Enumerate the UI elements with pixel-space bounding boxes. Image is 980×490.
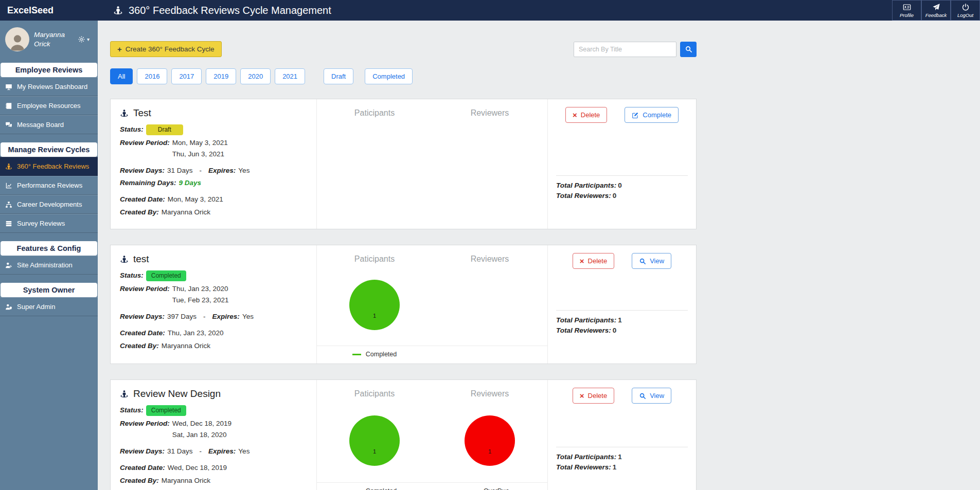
cycle-title-text: test: [133, 253, 149, 265]
sidebar-item-360-feedback-reviews[interactable]: 360° Feedback Reviews: [0, 157, 98, 176]
topbar: ExcelSeed 360° Feedback Reviews Cycle Ma…: [0, 0, 980, 21]
view-button[interactable]: View: [632, 253, 671, 269]
sidebar: Maryanna Orick ▾ Employee Reviews My Rev…: [0, 21, 98, 490]
magnifier-icon: [639, 258, 646, 265]
sidebar-item-employee-resources[interactable]: Employee Resources: [0, 96, 98, 115]
period-start: Mon, May 3, 2021: [172, 138, 228, 148]
reviewers-chart-cell: 1: [432, 398, 547, 482]
review-period-dates: Mon, May 3, 2021 Thu, Jun 3, 2021: [172, 138, 228, 159]
chart-row: 1: [317, 264, 547, 346]
participants-header: Paticipants: [317, 108, 432, 118]
card-actions: × Delete View Total Participants:1: [548, 245, 696, 364]
status-row: Status: Draft: [120, 124, 307, 135]
delete-label: Delete: [588, 257, 608, 265]
created-date-label: Created Date:: [120, 463, 165, 473]
status-label: Status:: [120, 271, 144, 281]
x-icon: ×: [573, 111, 577, 119]
sidebar-item-career-developments[interactable]: Career Developments: [0, 195, 98, 214]
sidebar-item-label: 360° Feedback Reviews: [17, 162, 89, 170]
filter-draft[interactable]: Draft: [324, 68, 353, 84]
sidebar-item-label: Super Admin: [17, 303, 55, 311]
filter-completed[interactable]: Completed: [365, 68, 413, 84]
search-button[interactable]: [680, 42, 697, 57]
complete-button[interactable]: Complete: [625, 107, 679, 123]
status-badge: Completed: [146, 405, 186, 416]
address-book-icon: [5, 102, 12, 110]
sidebar-item-label: Message Board: [17, 121, 64, 129]
total-participants-value: 0: [618, 182, 622, 189]
x-icon: ×: [580, 257, 584, 265]
sidebar-item-super-admin[interactable]: Super Admin: [0, 297, 98, 316]
id-card-icon: [903, 3, 911, 11]
sidebar-item-site-administration[interactable]: Site Administration: [0, 256, 98, 275]
delete-button[interactable]: × Delete: [573, 253, 614, 269]
sidebar-section-system-owner: System Owner: [1, 283, 97, 297]
user-name: Maryanna Orick: [34, 30, 65, 48]
sidebar-item-survey-reviews[interactable]: Survey Reviews: [0, 214, 98, 233]
participants-header: Paticipants: [317, 389, 432, 398]
created-date-value: Wed, Dec 18, 2019: [168, 463, 227, 473]
card-info: Review New Design Status: Completed Revi…: [111, 380, 316, 490]
feedback-label: Feedback: [925, 12, 947, 18]
delete-button[interactable]: × Delete: [573, 388, 614, 404]
review-cycle-card-review-new-design: Review New Design Status: Completed Revi…: [110, 379, 697, 490]
filter-2021[interactable]: 2021: [275, 68, 305, 84]
cycle-title: test: [120, 253, 307, 265]
created-date-row: Created Date: Mon, May 3, 2021: [120, 195, 307, 205]
created-by-value: Maryanna Orick: [162, 341, 210, 351]
period-end: Tue, Feb 23, 2021: [172, 296, 229, 305]
review-period-label: Review Period:: [120, 138, 170, 148]
delete-label: Delete: [581, 111, 600, 119]
person-360-icon: [120, 255, 129, 264]
power-icon: [961, 3, 970, 11]
cycle-title-text: Review New Design: [133, 388, 221, 400]
sitemap-icon: [5, 201, 12, 208]
sidebar-item-my-reviews-dashboard[interactable]: My Reviews Dashboard: [0, 77, 98, 96]
review-days-row: Review Days: 31 Days - Expires: Yes: [120, 166, 307, 176]
card-charts: Paticipants Reviewers 1 1: [316, 380, 548, 490]
review-days-label: Review Days:: [120, 166, 165, 176]
sidebar-item-label: Survey Reviews: [17, 220, 65, 227]
expires-value: Yes: [238, 166, 250, 176]
period-start: Wed, Dec 18, 2019: [172, 419, 231, 429]
filter-all[interactable]: All: [110, 68, 133, 84]
sidebar-item-performance-reviews[interactable]: Performance Reviews: [0, 176, 98, 195]
filter-2016[interactable]: 2016: [137, 68, 167, 84]
user-gear-icon: [5, 262, 12, 269]
view-button[interactable]: View: [632, 388, 671, 404]
expires-label: Expires:: [208, 447, 236, 457]
person-360-icon: [5, 163, 12, 170]
edit-icon: [632, 112, 639, 119]
created-by-row: Created By: Maryanna Orick: [120, 341, 307, 351]
legend-swatch-completed: [352, 354, 361, 355]
participants-legend: Completed: [317, 487, 432, 490]
review-period-dates: Thu, Jan 23, 2020 Tue, Feb 23, 2021: [172, 284, 229, 305]
participants-pie-chart: 1: [349, 415, 400, 466]
search-input[interactable]: [574, 42, 676, 57]
review-period-row: Review Period: Thu, Jan 23, 2020 Tue, Fe…: [120, 284, 307, 305]
create-cycle-button[interactable]: + Create 360° Feedback Cycle: [110, 41, 222, 57]
reviewers-legend: [432, 351, 547, 358]
delete-button[interactable]: × Delete: [565, 107, 607, 123]
user-settings-dropdown[interactable]: ▾: [78, 35, 92, 43]
view-label: View: [650, 257, 664, 265]
review-cycle-card-test: Test Status: Draft Review Period: Mon, M…: [110, 99, 697, 229]
filter-2020[interactable]: 2020: [240, 68, 271, 84]
filter-2017[interactable]: 2017: [171, 68, 202, 84]
feedback-button[interactable]: Feedback: [921, 0, 951, 21]
profile-label: Profile: [900, 12, 914, 18]
total-reviewers-label: Total Reviewers:: [556, 326, 611, 334]
review-days-label: Review Days:: [120, 312, 165, 322]
filter-2019[interactable]: 2019: [206, 68, 236, 84]
profile-button[interactable]: Profile: [892, 0, 921, 21]
expires-label: Expires:: [212, 312, 240, 322]
review-days-row: Review Days: 31 Days - Expires: Yes: [120, 447, 307, 457]
sidebar-item-message-board[interactable]: Message Board: [0, 115, 98, 134]
legend-label: OverDue: [484, 487, 509, 490]
page-title-text: 360° Feedback Reviews Cycle Management: [129, 5, 331, 16]
logout-button[interactable]: LogOut: [951, 0, 980, 21]
created-date-label: Created Date:: [120, 195, 165, 205]
total-reviewers-row: Total Reviewers:1: [556, 463, 688, 471]
reviewers-header: Reviewers: [432, 255, 547, 264]
dash-separator: -: [200, 166, 202, 176]
